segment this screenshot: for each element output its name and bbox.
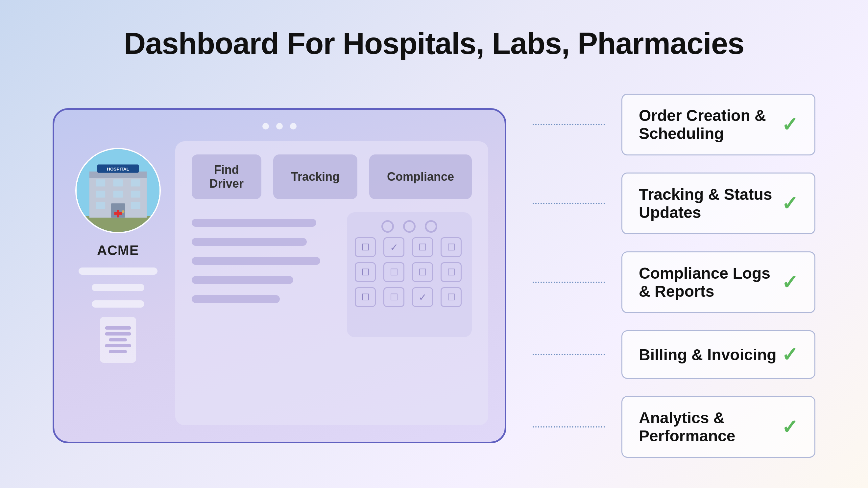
svg-rect-8 <box>113 191 123 197</box>
sidebar-bar-2 <box>92 284 144 291</box>
compliance-button[interactable]: Compliance <box>369 155 472 199</box>
calendar-widget: ☐ ☐ ☐ ☐ ☐ ☐ ☐ ☐ ☐ ☐ <box>347 212 472 337</box>
find-driver-button[interactable]: Find Driver <box>192 155 261 199</box>
feature-list: Order Creation & Scheduling ✓ Tracking &… <box>533 94 815 458</box>
dashboard-body: HOSPITAL ACME <box>71 141 488 425</box>
content-line-4 <box>192 276 293 284</box>
feature-label-compliance: Compliance Logs & Reports <box>639 264 781 300</box>
cal-cell-12: ☐ <box>441 287 462 307</box>
dotted-line-4 <box>533 354 605 355</box>
page-title: Dashboard For Hospitals, Labs, Pharmacie… <box>124 26 744 61</box>
feature-row-3: Compliance Logs & Reports ✓ <box>533 251 815 313</box>
window-dot-3 <box>290 123 297 129</box>
dotted-line-5 <box>533 426 605 427</box>
cal-cell-5: ☐ <box>355 262 376 282</box>
content-line-5 <box>192 295 280 303</box>
cal-cell-3: ☐ <box>412 237 433 257</box>
receipt-line-2 <box>105 332 131 335</box>
svg-rect-9 <box>131 191 141 197</box>
svg-rect-10 <box>96 202 105 209</box>
svg-point-13 <box>122 210 125 213</box>
feature-check-billing: ✓ <box>781 343 798 366</box>
calendar-ring-3 <box>425 220 437 233</box>
feature-card-analytics: Analytics & Performance ✓ <box>621 396 815 458</box>
cal-cell-9: ☐ <box>355 287 376 307</box>
svg-rect-5 <box>113 180 123 186</box>
cal-cell-6: ☐ <box>383 262 404 282</box>
feature-check-analytics: ✓ <box>781 415 798 438</box>
feature-card-billing: Billing & Invoicing ✓ <box>621 330 815 379</box>
receipt-line-3 <box>109 338 127 341</box>
svg-rect-1 <box>76 216 159 232</box>
feature-card-order: Order Creation & Scheduling ✓ <box>621 94 815 156</box>
receipt-icon <box>100 317 136 363</box>
content-area: ☐ ☐ ☐ ☐ ☐ ☐ ☐ ☐ ☐ ☐ <box>192 212 472 412</box>
content-line-1 <box>192 219 316 227</box>
svg-rect-17 <box>117 210 119 217</box>
feature-label-order: Order Creation & Scheduling <box>639 106 781 142</box>
content-line-3 <box>192 257 320 265</box>
calendar-ring-1 <box>381 220 394 233</box>
feature-label-tracking: Tracking & Status Updates <box>639 185 781 222</box>
sidebar: HOSPITAL ACME <box>71 141 165 425</box>
content-line-2 <box>192 238 307 246</box>
cal-cell-2 <box>383 237 404 257</box>
main-content: HOSPITAL ACME <box>0 94 868 458</box>
feature-check-compliance: ✓ <box>781 271 798 294</box>
sidebar-bar-3 <box>92 300 144 307</box>
calendar-rings <box>381 220 437 233</box>
feature-card-tracking: Tracking & Status Updates ✓ <box>621 172 815 234</box>
main-panel: Find Driver Tracking Compliance <box>175 141 488 425</box>
feature-card-compliance: Compliance Logs & Reports ✓ <box>621 251 815 313</box>
org-name-label: ACME <box>97 242 139 258</box>
calendar-ring-2 <box>403 220 415 233</box>
dotted-line-3 <box>533 282 605 283</box>
feature-row-4: Billing & Invoicing ✓ <box>533 330 815 379</box>
cal-cell-11 <box>412 287 433 307</box>
window-dots <box>71 123 488 129</box>
feature-label-analytics: Analytics & Performance <box>639 409 781 445</box>
svg-rect-4 <box>96 180 105 186</box>
avatar: HOSPITAL <box>75 148 161 233</box>
svg-rect-6 <box>131 180 141 186</box>
content-lines <box>192 212 327 412</box>
dashboard-mockup: HOSPITAL ACME <box>53 108 506 443</box>
receipt-line-1 <box>105 326 131 330</box>
cal-cell-7: ☐ <box>412 262 433 282</box>
window-dot-1 <box>262 123 269 129</box>
calendar-grid: ☐ ☐ ☐ ☐ ☐ ☐ ☐ ☐ ☐ ☐ <box>355 237 464 307</box>
nav-buttons: Find Driver Tracking Compliance <box>192 155 472 199</box>
cal-cell-4: ☐ <box>441 237 462 257</box>
feature-label-billing: Billing & Invoicing <box>639 346 777 364</box>
feature-check-order: ✓ <box>781 113 798 136</box>
feature-check-tracking: ✓ <box>781 192 798 215</box>
cal-cell-10: ☐ <box>383 287 404 307</box>
feature-row-1: Order Creation & Scheduling ✓ <box>533 94 815 156</box>
svg-text:HOSPITAL: HOSPITAL <box>107 167 129 171</box>
svg-rect-11 <box>131 202 141 209</box>
feature-row-5: Analytics & Performance ✓ <box>533 396 815 458</box>
dotted-line-2 <box>533 203 605 204</box>
dotted-line-1 <box>533 124 605 125</box>
receipt-line-5 <box>109 350 127 353</box>
cal-cell-1: ☐ <box>355 237 376 257</box>
feature-row-2: Tracking & Status Updates ✓ <box>533 172 815 234</box>
sidebar-bar-1 <box>79 267 157 275</box>
window-dot-2 <box>276 123 283 129</box>
receipt-line-4 <box>105 344 131 347</box>
tracking-button[interactable]: Tracking <box>273 155 358 199</box>
cal-cell-8: ☐ <box>441 262 462 282</box>
svg-rect-7 <box>96 191 105 197</box>
